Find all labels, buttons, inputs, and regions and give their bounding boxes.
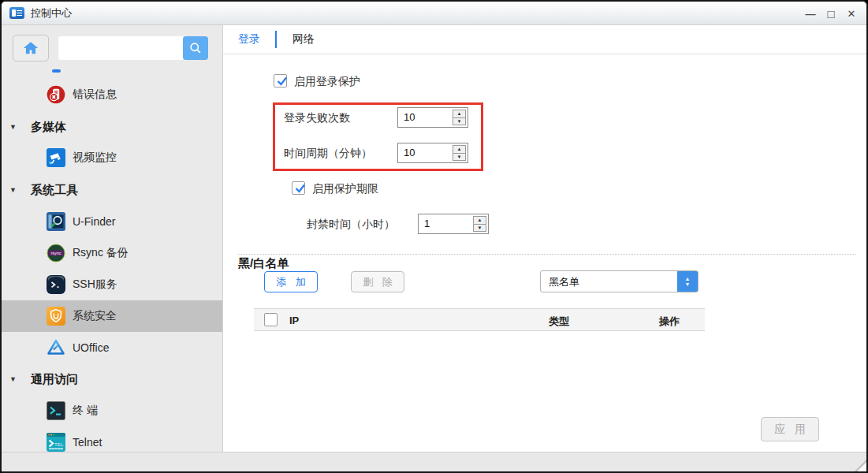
tab-network[interactable]: 网络 — [292, 32, 315, 47]
group-label: 系统工具 — [31, 183, 78, 198]
tabs-divider — [223, 54, 866, 54]
sidebar-item-system-security[interactable]: 系统安全 — [2, 300, 222, 332]
search-input[interactable] — [58, 36, 183, 60]
delete-button[interactable]: 删 除 — [351, 271, 404, 292]
spinner-buttons[interactable]: ▲ ▼ — [453, 145, 466, 161]
search-icon — [188, 40, 203, 56]
period-spinner[interactable]: 10 ▲ ▼ — [397, 143, 468, 163]
sidebar-item-label: Telnet — [73, 436, 102, 449]
maximize-icon[interactable]: □ — [824, 6, 838, 20]
search-button[interactable] — [183, 36, 208, 60]
sidebar-group-multimedia[interactable]: ▼ 多媒体 — [2, 118, 222, 136]
column-header-operation: 操作 — [659, 315, 680, 329]
period-label: 时间周期（分钟） — [284, 147, 372, 161]
ufinder-icon — [47, 212, 65, 231]
enable-protection-period-label: 启用保护期限 — [312, 182, 378, 196]
spin-up-icon[interactable]: ▲ — [453, 146, 465, 154]
sidebar-item-uoffice[interactable]: UOffice — [2, 332, 222, 363]
sidebar-item-label: 视频监控 — [73, 151, 117, 165]
sidebar-group-general-access[interactable]: ▼ 通用访问 — [2, 371, 222, 388]
tab-login[interactable]: 登录 — [238, 32, 260, 47]
group-label: 通用访问 — [31, 372, 78, 387]
control-center-window: 控制中心 — □ ✕ — [0, 0, 868, 473]
fail-count-value: 10 — [404, 111, 415, 123]
spin-down-icon[interactable]: ▼ — [453, 154, 465, 161]
spin-up-icon[interactable]: ▲ — [453, 110, 465, 118]
check-icon — [293, 181, 307, 196]
app-icon — [9, 7, 24, 19]
titlebar: 控制中心 — □ ✕ — [2, 2, 866, 25]
sidebar-item-ufinder[interactable]: U-Finder — [2, 206, 222, 237]
sidebar-item-label: U-Finder — [73, 215, 115, 228]
apply-button[interactable]: 应 用 — [761, 417, 819, 441]
ban-time-spinner[interactable]: 1 ▲ ▼ — [418, 214, 489, 234]
enable-login-protection-checkbox[interactable] — [274, 74, 287, 88]
fail-count-spinner[interactable]: 10 ▲ ▼ — [397, 107, 468, 128]
window-title: 控制中心 — [31, 6, 72, 20]
check-icon — [275, 74, 289, 88]
list-type-dropdown[interactable]: 黑名单 ▲ ▼ — [540, 270, 698, 292]
enable-login-protection-label: 启用登录保护 — [294, 75, 360, 89]
sidebar-item-label: Rsync 备份 — [73, 246, 129, 260]
fail-count-label: 登录失败次数 — [284, 111, 350, 125]
column-header-type: 类型 — [549, 315, 569, 329]
chevron-down-icon: ▼ — [9, 123, 17, 131]
table-header: IP 类型 操作 — [254, 308, 705, 331]
period-value: 10 — [404, 147, 415, 158]
sidebar-item-video-surveillance[interactable]: 视频监控 — [2, 142, 222, 173]
section-divider — [238, 254, 855, 255]
column-header-ip: IP — [289, 315, 299, 326]
svg-text:rsync: rsync — [51, 251, 61, 255]
window-body: 错误信息 ▼ 多媒体 视频监控 ▼ 系统工具 — [2, 25, 866, 452]
sidebar-item-error-info[interactable]: 错误信息 — [2, 79, 222, 110]
spin-down-icon[interactable]: ▼ — [474, 225, 486, 232]
spinner-buttons[interactable]: ▲ ▼ — [453, 110, 466, 125]
ban-time-label: 封禁时间（小时） — [307, 218, 395, 232]
scrolled-item-fragment — [52, 69, 61, 73]
minimize-icon[interactable]: — — [803, 6, 818, 20]
svg-text:TEL: TEL — [54, 441, 64, 447]
sidebar-item-label: 错误信息 — [73, 88, 117, 102]
home-button[interactable] — [13, 35, 49, 61]
ssh-icon — [47, 275, 65, 294]
ban-time-value: 1 — [424, 218, 430, 229]
sidebar-item-label: UOffice — [73, 341, 109, 354]
sidebar-item-label: SSH服务 — [73, 277, 117, 292]
sidebar-item-rsync-backup[interactable]: rsync Rsync 备份 — [2, 237, 222, 269]
group-label: 多媒体 — [31, 120, 66, 135]
spin-down-icon[interactable]: ▼ — [453, 118, 465, 125]
spin-up-icon: ▲ — [685, 276, 691, 281]
sidebar-item-ssh-service[interactable]: SSH服务 — [2, 269, 222, 300]
chevron-down-icon: ▼ — [9, 375, 17, 383]
list-section-title: 黑/白名单 — [238, 256, 289, 271]
close-icon[interactable]: ✕ — [844, 6, 859, 20]
spin-down-icon: ▼ — [685, 281, 691, 287]
list-type-value: 黑名单 — [549, 275, 579, 289]
home-icon — [22, 39, 39, 57]
uoffice-icon — [47, 338, 65, 357]
camera-icon — [47, 148, 65, 167]
sidebar-group-system-tools[interactable]: ▼ 系统工具 — [2, 181, 222, 199]
sidebar: 错误信息 ▼ 多媒体 视频监控 ▼ 系统工具 — [2, 25, 223, 452]
rsync-icon: rsync — [47, 244, 65, 263]
spinner-buttons[interactable]: ▲ ▼ — [473, 216, 486, 232]
add-button[interactable]: 添 加 — [264, 271, 318, 292]
security-shield-icon — [47, 307, 65, 326]
status-bar — [2, 452, 866, 471]
error-icon — [47, 85, 65, 104]
tab-separator — [275, 31, 277, 48]
sidebar-item-label: 终 端 — [73, 404, 98, 418]
select-all-checkbox[interactable] — [264, 313, 278, 326]
telnet-icon: TEL — [47, 433, 65, 452]
terminal-icon — [47, 401, 65, 420]
main-panel: 登录 网络 启用登录保护 登录失败次数 10 ▲ ▼ 时间周期（分钟 — [223, 25, 866, 452]
window-controls: — □ ✕ — [803, 2, 859, 25]
sidebar-item-label: 系统安全 — [73, 309, 117, 323]
dropdown-arrows-icon[interactable]: ▲ ▼ — [677, 271, 698, 292]
spin-up-icon[interactable]: ▲ — [474, 217, 486, 225]
sidebar-item-terminal[interactable]: 终 端 — [2, 395, 222, 426]
chevron-down-icon: ▼ — [9, 186, 17, 194]
enable-protection-period-checkbox[interactable] — [292, 181, 305, 195]
resize-grip-icon[interactable] — [857, 462, 866, 471]
sidebar-item-telnet[interactable]: TEL Telnet — [2, 426, 222, 452]
